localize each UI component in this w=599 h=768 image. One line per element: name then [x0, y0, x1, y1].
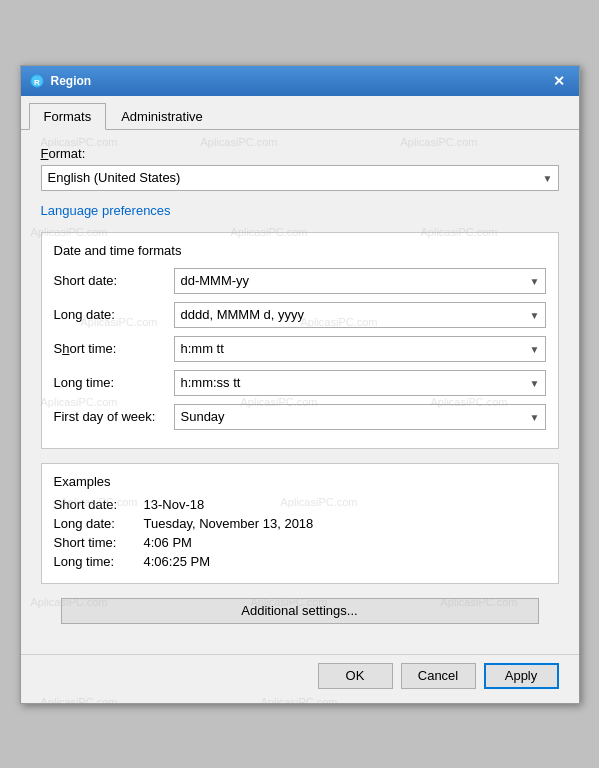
example-long-time-value: 4:06:25 PM	[144, 554, 211, 569]
short-time-select[interactable]: h:mm tt	[174, 336, 546, 362]
first-day-row: First day of week: Sunday ▼	[54, 404, 546, 430]
example-short-time-value: 4:06 PM	[144, 535, 192, 550]
first-day-label: First day of week:	[54, 409, 174, 424]
first-day-select[interactable]: Sunday	[174, 404, 546, 430]
long-time-select[interactable]: h:mm:ss tt	[174, 370, 546, 396]
date-time-section-title: Date and time formats	[54, 243, 546, 258]
title-bar: R Region ✕	[21, 66, 579, 96]
ok-button[interactable]: OK	[318, 663, 393, 689]
language-preferences-link[interactable]: Language preferences	[41, 203, 171, 218]
first-day-select-wrapper: Sunday ▼	[174, 404, 546, 430]
button-row: OK Cancel Apply	[21, 654, 579, 703]
long-time-row: Long time: h:mm:ss tt ▼	[54, 370, 546, 396]
example-short-time-label: Short time:	[54, 535, 144, 550]
examples-title: Examples	[54, 474, 546, 489]
close-button[interactable]: ✕	[547, 71, 571, 91]
window-content: AplicasiPC.com AplicasiPC.com AplicasiPC…	[21, 96, 579, 703]
long-date-label: Long date:	[54, 307, 174, 322]
examples-section: Examples Short date: 13-Nov-18 Long date…	[41, 463, 559, 584]
short-time-select-wrapper: h:mm tt ▼	[174, 336, 546, 362]
short-time-row: Short time: h:mm tt ▼	[54, 336, 546, 362]
svg-text:R: R	[34, 77, 40, 86]
tab-formats[interactable]: Formats	[29, 103, 107, 130]
long-time-label: Long time:	[54, 375, 174, 390]
long-date-select[interactable]: dddd, MMMM d, yyyy	[174, 302, 546, 328]
example-short-date: Short date: 13-Nov-18	[54, 497, 546, 512]
region-dialog: R Region ✕ AplicasiPC.com AplicasiPC.com…	[20, 65, 580, 704]
apply-button[interactable]: Apply	[484, 663, 559, 689]
tab-bar: Formats Administrative	[21, 96, 579, 130]
short-date-select[interactable]: dd-MMM-yy	[174, 268, 546, 294]
long-date-row: Long date: dddd, MMMM d, yyyy ▼	[54, 302, 546, 328]
example-short-time: Short time: 4:06 PM	[54, 535, 546, 550]
cancel-button[interactable]: Cancel	[401, 663, 476, 689]
format-label: Format:	[41, 146, 559, 161]
short-date-label: Short date:	[54, 273, 174, 288]
short-date-row: Short date: dd-MMM-yy ▼	[54, 268, 546, 294]
additional-settings-button[interactable]: Additional settings...	[61, 598, 539, 624]
date-time-formats-section: Date and time formats Short date: dd-MMM…	[41, 232, 559, 449]
window-icon: R	[29, 73, 45, 89]
example-long-date-label: Long date:	[54, 516, 144, 531]
short-time-label: Short time:	[54, 341, 174, 356]
example-short-date-value: 13-Nov-18	[144, 497, 205, 512]
format-select-wrapper: English (United States) ▼	[41, 165, 559, 191]
example-short-date-label: Short date:	[54, 497, 144, 512]
long-date-select-wrapper: dddd, MMMM d, yyyy ▼	[174, 302, 546, 328]
tab-administrative[interactable]: Administrative	[106, 103, 218, 130]
example-long-date: Long date: Tuesday, November 13, 2018	[54, 516, 546, 531]
example-long-time: Long time: 4:06:25 PM	[54, 554, 546, 569]
format-select[interactable]: English (United States)	[41, 165, 559, 191]
example-long-time-label: Long time:	[54, 554, 144, 569]
main-content: Format: English (United States) ▼ Langua…	[21, 130, 579, 654]
long-time-select-wrapper: h:mm:ss tt ▼	[174, 370, 546, 396]
format-section: Format: English (United States) ▼	[41, 146, 559, 191]
window-title: Region	[51, 74, 547, 88]
short-date-select-wrapper: dd-MMM-yy ▼	[174, 268, 546, 294]
example-long-date-value: Tuesday, November 13, 2018	[144, 516, 314, 531]
